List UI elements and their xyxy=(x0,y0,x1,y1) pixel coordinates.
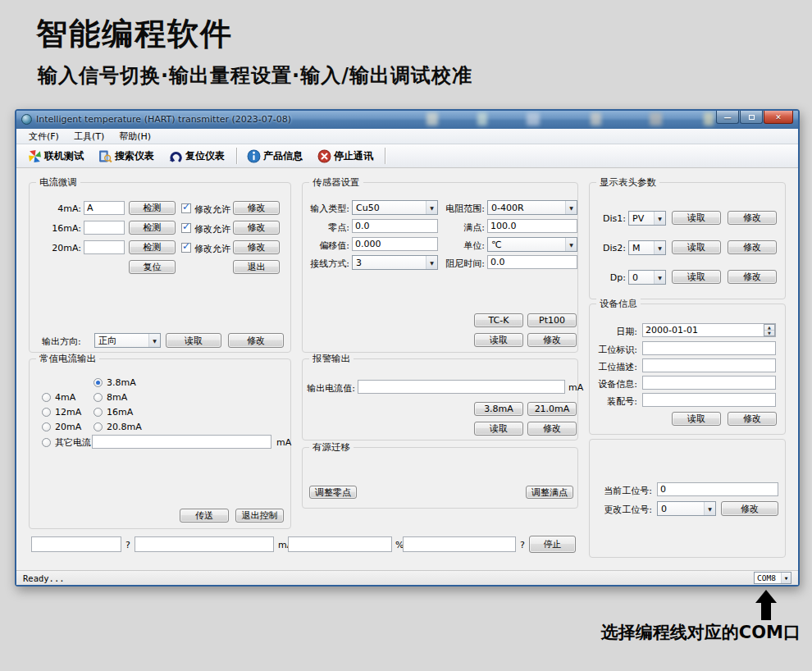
trim-4ma-allow-label: 修改允许 xyxy=(194,203,230,216)
trim-4ma-detect-button[interactable]: 检测 xyxy=(129,201,176,215)
trim-16ma-modify-button[interactable]: 修改 xyxy=(233,221,280,235)
output-direction-select[interactable]: 正向 ▼ xyxy=(94,333,161,348)
full-point-input[interactable] xyxy=(487,219,577,233)
dis2-select[interactable]: M ▼ xyxy=(628,240,666,255)
radio-other-current[interactable]: 其它电流 xyxy=(42,436,91,449)
sensor-read-button[interactable]: 读取 xyxy=(474,333,523,347)
trim-4ma-modify-button[interactable]: 修改 xyxy=(233,201,280,215)
search-meter-button[interactable]: 搜索仪表 xyxy=(94,148,159,165)
alarm-high-button[interactable]: 21.0mA xyxy=(527,402,577,416)
radio-20ma[interactable]: 20mA xyxy=(42,422,81,432)
dp-modify-button[interactable]: 修改 xyxy=(728,270,777,284)
output-direction-modify-button[interactable]: 修改 xyxy=(228,333,284,348)
radio-8ma[interactable]: 8mA xyxy=(94,392,127,403)
radio-4ma[interactable]: 4mA xyxy=(42,392,75,403)
dis1-modify-button[interactable]: 修改 xyxy=(728,211,777,225)
input-type-value: Cu50 xyxy=(356,203,380,213)
assembly-input[interactable] xyxy=(642,393,776,407)
trim-16ma-detect-button[interactable]: 检测 xyxy=(129,221,176,235)
trim-4ma-label: 4mA: xyxy=(36,203,81,214)
menu-tools[interactable]: 工具(T) xyxy=(66,129,112,144)
minimize-button[interactable]: — xyxy=(716,111,739,124)
change-station-value: 0 xyxy=(661,504,667,514)
send-button[interactable]: 传送 xyxy=(180,509,229,523)
alarm-current-input[interactable] xyxy=(358,380,565,394)
trim-16ma-input[interactable] xyxy=(84,221,125,235)
menu-bar: 文件(F) 工具(T) 帮助(H) xyxy=(16,129,798,144)
trim-20ma-allow-checkbox[interactable]: ✓ xyxy=(181,243,191,253)
reset-meter-button[interactable]: 复位仪表 xyxy=(164,148,230,165)
trim-exit-button[interactable]: 退出 xyxy=(233,260,280,274)
close-button[interactable]: ✕ xyxy=(764,111,793,124)
unit-select[interactable]: ℃ ▼ xyxy=(487,237,577,252)
menu-file[interactable]: 文件(F) xyxy=(21,129,66,144)
radio-12ma[interactable]: 12mA xyxy=(42,407,81,418)
date-spinner[interactable]: ▲▼ xyxy=(764,324,775,336)
wiring-select[interactable]: 3 ▼ xyxy=(352,255,438,270)
device-read-button[interactable]: 读取 xyxy=(672,412,721,426)
dis2-read-button[interactable]: 读取 xyxy=(672,240,721,254)
pt100-button[interactable]: Pt100 xyxy=(527,313,577,327)
input-type-select[interactable]: Cu50 ▼ xyxy=(352,200,438,215)
adjust-zero-button[interactable]: 调整零点 xyxy=(309,486,357,499)
radio-icon xyxy=(42,438,51,447)
window-title: Intelligent temperature (HART) transmitt… xyxy=(36,114,291,125)
trim-20ma-detect-button[interactable]: 检测 xyxy=(129,240,176,254)
dis1-read-button[interactable]: 读取 xyxy=(672,211,721,225)
monitor-input-3[interactable] xyxy=(288,536,392,552)
change-station-select[interactable]: 0 ▼ xyxy=(657,501,716,516)
dp-read-button[interactable]: 读取 xyxy=(672,270,721,284)
check-icon: ✓ xyxy=(182,240,190,252)
product-info-button[interactable]: 产品信息 xyxy=(242,148,308,165)
device-modify-button[interactable]: 修改 xyxy=(728,412,777,426)
trim-16ma-allow-checkbox[interactable]: ✓ xyxy=(181,223,191,233)
trim-reset-button[interactable]: 复位 xyxy=(129,260,176,274)
tag-input[interactable] xyxy=(642,341,776,355)
alarm-modify-button[interactable]: 修改 xyxy=(527,422,577,436)
radio-16ma-label: 16mA xyxy=(107,407,133,418)
monitor-input-1[interactable] xyxy=(31,536,121,552)
station-modify-button[interactable]: 修改 xyxy=(721,501,778,516)
sensor-modify-button[interactable]: 修改 xyxy=(527,333,577,347)
adjust-full-button[interactable]: 调整满点 xyxy=(526,486,573,499)
dis1-select[interactable]: PV ▼ xyxy=(628,211,666,226)
trim-20ma-input[interactable] xyxy=(84,240,125,254)
radio-20-8ma[interactable]: 20.8mA xyxy=(94,422,142,432)
window-titlebar[interactable]: Intelligent temperature (HART) transmitt… xyxy=(16,111,798,129)
stop-comm-button[interactable]: 停止通讯 xyxy=(312,148,378,165)
maximize-button[interactable] xyxy=(740,111,763,124)
radio-16ma[interactable]: 16mA xyxy=(94,407,133,418)
radio-icon xyxy=(42,393,51,402)
toolbar: 联机测试 搜索仪表 复位仪表 xyxy=(16,144,798,168)
com-port-select[interactable]: COM8 ▼ xyxy=(754,572,791,584)
spin-down-icon[interactable]: ▼ xyxy=(764,330,774,336)
resistance-range-select[interactable]: 0-400R ▼ xyxy=(487,200,577,215)
exit-control-button[interactable]: 退出控制 xyxy=(235,509,284,523)
desc-input[interactable] xyxy=(642,358,776,372)
output-direction-read-button[interactable]: 读取 xyxy=(166,333,221,348)
trim-4ma-allow-checkbox[interactable]: ✓ xyxy=(181,203,191,213)
dis2-label: Dis2: xyxy=(590,243,626,253)
damping-input[interactable] xyxy=(487,255,577,269)
current-station-input[interactable] xyxy=(657,482,778,496)
trim-4ma-input[interactable] xyxy=(84,201,125,215)
monitor-input-2[interactable] xyxy=(135,536,274,552)
tck-button[interactable]: TC-K xyxy=(474,313,523,327)
dp-select[interactable]: 0 ▼ xyxy=(628,270,666,285)
radio-3-8ma[interactable]: 3.8mA xyxy=(94,377,136,388)
online-test-button[interactable]: 联机测试 xyxy=(23,148,89,165)
monitor-input-4[interactable] xyxy=(403,536,516,552)
zero-point-input[interactable] xyxy=(352,219,438,233)
other-current-input[interactable] xyxy=(92,435,271,449)
alarm-read-button[interactable]: 读取 xyxy=(474,422,523,436)
menu-help[interactable]: 帮助(H) xyxy=(112,129,158,144)
toolbar-separator xyxy=(385,148,385,164)
device-info-input[interactable] xyxy=(642,376,776,390)
date-input[interactable] xyxy=(642,323,776,337)
stop-button[interactable]: 停止 xyxy=(529,536,576,553)
wiring-value: 3 xyxy=(356,258,362,268)
dis2-modify-button[interactable]: 修改 xyxy=(728,240,777,254)
trim-20ma-modify-button[interactable]: 修改 xyxy=(233,240,280,254)
alarm-low-button[interactable]: 3.8mA xyxy=(474,402,523,416)
offset-input[interactable] xyxy=(352,237,438,251)
